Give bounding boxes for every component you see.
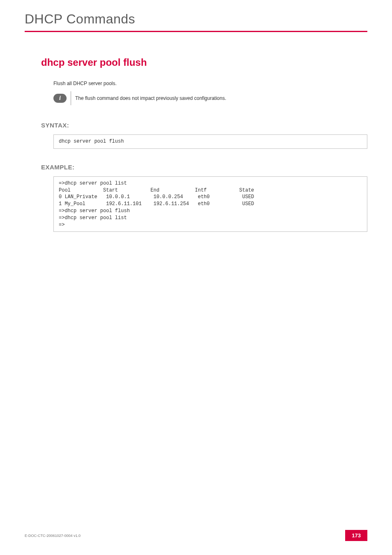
info-text: The flush command does not impact previo…: [75, 95, 226, 101]
footer-doc-id: E-DOC-CTC-20061027-0004 v1.0: [25, 534, 81, 538]
footer-page-number: 173: [345, 530, 367, 541]
syntax-code-box: dhcp server pool flush: [53, 134, 367, 149]
example-heading: EXAMPLE:: [41, 164, 367, 171]
example-code-box: =>dhcp server pool list Pool Start End I…: [53, 176, 367, 232]
footer: E-DOC-CTC-20061027-0004 v1.0 173: [25, 530, 367, 541]
syntax-heading: SYNTAX:: [41, 122, 367, 129]
red-divider: [25, 31, 367, 32]
info-icon-glyph: i: [59, 95, 61, 102]
intro-text: Flush all DHCP server pools.: [53, 81, 367, 86]
chapter-title: DHCP Commands: [25, 12, 367, 27]
info-divider: [71, 91, 71, 105]
section-title: dhcp server pool flush: [41, 57, 367, 68]
info-callout: i The flush command does not impact prev…: [53, 91, 367, 105]
page: DHCP Commands dhcp server pool flush Flu…: [0, 0, 392, 555]
info-icon: i: [53, 94, 67, 103]
